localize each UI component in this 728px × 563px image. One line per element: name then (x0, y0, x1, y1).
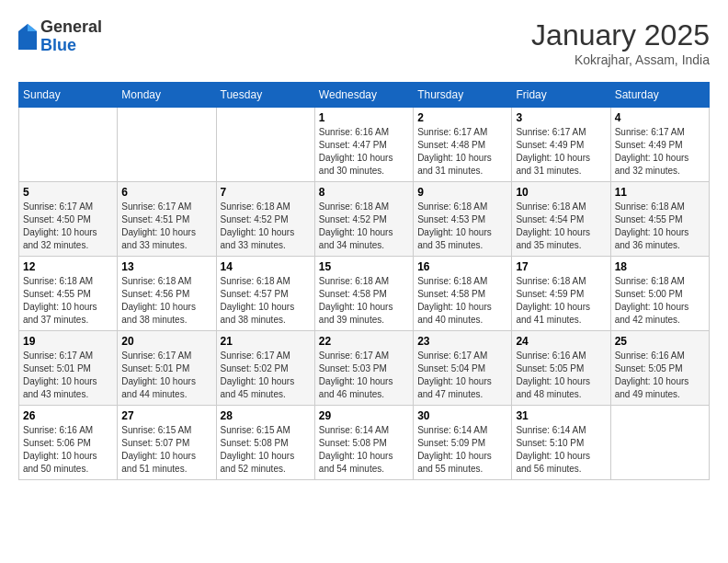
day-number: 31 (516, 409, 606, 422)
day-number: 27 (121, 409, 211, 422)
day-number: 30 (417, 409, 507, 422)
table-row: 17 Sunrise: 6:18 AMSunset: 4:59 PMDaylig… (512, 257, 610, 331)
calendar-week-row: 5 Sunrise: 6:17 AMSunset: 4:50 PMDayligh… (19, 182, 710, 257)
day-info: Sunrise: 6:17 AMSunset: 5:01 PMDaylight:… (121, 350, 211, 401)
table-row: 26 Sunrise: 6:16 AMSunset: 5:06 PMDaylig… (19, 406, 118, 480)
calendar-week-row: 26 Sunrise: 6:16 AMSunset: 5:06 PMDaylig… (19, 406, 710, 480)
day-number: 14 (221, 260, 311, 273)
day-info: Sunrise: 6:16 AMSunset: 5:05 PMDaylight:… (615, 350, 705, 401)
day-info: Sunrise: 6:18 AMSunset: 4:52 PMDaylight:… (221, 201, 311, 252)
day-number: 16 (417, 260, 507, 273)
day-number: 6 (121, 186, 211, 199)
calendar-week-row: 19 Sunrise: 6:17 AMSunset: 5:01 PMDaylig… (19, 331, 710, 406)
table-row: 11 Sunrise: 6:18 AMSunset: 4:55 PMDaylig… (610, 182, 709, 257)
day-info: Sunrise: 6:18 AMSunset: 4:55 PMDaylight:… (615, 201, 705, 252)
day-info: Sunrise: 6:17 AMSunset: 5:01 PMDaylight:… (23, 350, 113, 401)
table-row: 1 Sunrise: 6:16 AMSunset: 4:47 PMDayligh… (314, 108, 413, 182)
month-title: January 2025 (531, 18, 710, 52)
table-row (19, 108, 118, 182)
day-info: Sunrise: 6:18 AMSunset: 4:59 PMDaylight:… (516, 275, 606, 327)
weekday-header-row: Sunday Monday Tuesday Wednesday Thursday… (19, 83, 710, 108)
header-sunday: Sunday (19, 83, 118, 108)
day-number: 11 (615, 186, 705, 199)
table-row: 29 Sunrise: 6:14 AMSunset: 5:08 PMDaylig… (314, 406, 413, 480)
table-row: 19 Sunrise: 6:17 AMSunset: 5:01 PMDaylig… (19, 331, 118, 406)
day-number: 22 (319, 335, 409, 348)
page-header: General Blue January 2025 Kokrajhar, Ass… (18, 18, 710, 67)
day-number: 23 (417, 335, 507, 348)
calendar-week-row: 1 Sunrise: 6:16 AMSunset: 4:47 PMDayligh… (19, 108, 710, 182)
table-row: 2 Sunrise: 6:17 AMSunset: 4:48 PMDayligh… (414, 108, 512, 182)
day-number: 20 (121, 335, 211, 348)
day-number: 29 (319, 409, 409, 422)
table-row: 15 Sunrise: 6:18 AMSunset: 4:58 PMDaylig… (314, 257, 413, 331)
day-number: 3 (516, 111, 606, 124)
day-number: 4 (615, 111, 705, 124)
day-info: Sunrise: 6:18 AMSunset: 4:58 PMDaylight:… (319, 275, 409, 327)
day-info: Sunrise: 6:18 AMSunset: 4:55 PMDaylight:… (23, 275, 113, 327)
logo-icon (18, 24, 37, 50)
table-row: 5 Sunrise: 6:17 AMSunset: 4:50 PMDayligh… (19, 182, 118, 257)
logo: General Blue (18, 18, 102, 55)
day-number: 15 (319, 260, 409, 273)
day-info: Sunrise: 6:17 AMSunset: 5:02 PMDaylight:… (221, 350, 311, 401)
logo-general: General (40, 18, 102, 37)
day-number: 5 (23, 186, 113, 199)
day-number: 18 (615, 260, 705, 273)
day-info: Sunrise: 6:18 AMSunset: 4:52 PMDaylight:… (319, 201, 409, 252)
table-row: 25 Sunrise: 6:16 AMSunset: 5:05 PMDaylig… (610, 331, 709, 406)
day-info: Sunrise: 6:16 AMSunset: 4:47 PMDaylight:… (319, 126, 409, 178)
table-row: 16 Sunrise: 6:18 AMSunset: 4:58 PMDaylig… (414, 257, 512, 331)
day-info: Sunrise: 6:15 AMSunset: 5:07 PMDaylight:… (121, 424, 211, 476)
day-info: Sunrise: 6:14 AMSunset: 5:10 PMDaylight:… (516, 424, 606, 476)
day-info: Sunrise: 6:16 AMSunset: 5:06 PMDaylight:… (23, 424, 113, 476)
table-row: 22 Sunrise: 6:17 AMSunset: 5:03 PMDaylig… (314, 331, 413, 406)
day-number: 13 (121, 260, 211, 273)
day-info: Sunrise: 6:18 AMSunset: 4:58 PMDaylight:… (417, 275, 507, 327)
day-number: 25 (615, 335, 705, 348)
table-row: 24 Sunrise: 6:16 AMSunset: 5:05 PMDaylig… (512, 331, 610, 406)
day-info: Sunrise: 6:16 AMSunset: 5:05 PMDaylight:… (516, 350, 606, 401)
day-number: 10 (516, 186, 606, 199)
day-number: 24 (516, 335, 606, 348)
table-row: 31 Sunrise: 6:14 AMSunset: 5:10 PMDaylig… (512, 406, 610, 480)
calendar: Sunday Monday Tuesday Wednesday Thursday… (18, 82, 710, 480)
day-info: Sunrise: 6:17 AMSunset: 5:04 PMDaylight:… (417, 350, 507, 401)
day-info: Sunrise: 6:14 AMSunset: 5:08 PMDaylight:… (319, 424, 409, 476)
table-row: 30 Sunrise: 6:14 AMSunset: 5:09 PMDaylig… (414, 406, 512, 480)
header-friday: Friday (512, 83, 610, 108)
day-number: 26 (23, 409, 113, 422)
location: Kokrajhar, Assam, India (531, 52, 710, 67)
table-row (610, 406, 709, 480)
day-number: 8 (319, 186, 409, 199)
day-info: Sunrise: 6:17 AMSunset: 4:49 PMDaylight:… (615, 126, 705, 178)
header-monday: Monday (118, 83, 216, 108)
table-row: 21 Sunrise: 6:17 AMSunset: 5:02 PMDaylig… (216, 331, 314, 406)
day-info: Sunrise: 6:18 AMSunset: 4:54 PMDaylight:… (516, 201, 606, 252)
day-info: Sunrise: 6:17 AMSunset: 4:49 PMDaylight:… (516, 126, 606, 178)
table-row: 9 Sunrise: 6:18 AMSunset: 4:53 PMDayligh… (414, 182, 512, 257)
day-number: 17 (516, 260, 606, 273)
table-row: 23 Sunrise: 6:17 AMSunset: 5:04 PMDaylig… (414, 331, 512, 406)
table-row: 28 Sunrise: 6:15 AMSunset: 5:08 PMDaylig… (216, 406, 314, 480)
table-row: 8 Sunrise: 6:18 AMSunset: 4:52 PMDayligh… (314, 182, 413, 257)
day-info: Sunrise: 6:17 AMSunset: 4:50 PMDaylight:… (23, 201, 113, 252)
day-info: Sunrise: 6:15 AMSunset: 5:08 PMDaylight:… (221, 424, 311, 476)
day-number: 2 (417, 111, 507, 124)
table-row (216, 108, 314, 182)
table-row: 20 Sunrise: 6:17 AMSunset: 5:01 PMDaylig… (118, 331, 216, 406)
day-number: 12 (23, 260, 113, 273)
table-row: 14 Sunrise: 6:18 AMSunset: 4:57 PMDaylig… (216, 257, 314, 331)
header-thursday: Thursday (414, 83, 512, 108)
day-info: Sunrise: 6:18 AMSunset: 4:57 PMDaylight:… (221, 275, 311, 327)
day-number: 9 (417, 186, 507, 199)
day-number: 1 (319, 111, 409, 124)
day-info: Sunrise: 6:18 AMSunset: 4:56 PMDaylight:… (121, 275, 211, 327)
day-info: Sunrise: 6:17 AMSunset: 4:48 PMDaylight:… (417, 126, 507, 178)
day-info: Sunrise: 6:17 AMSunset: 4:51 PMDaylight:… (121, 201, 211, 252)
table-row: 6 Sunrise: 6:17 AMSunset: 4:51 PMDayligh… (118, 182, 216, 257)
table-row: 18 Sunrise: 6:18 AMSunset: 5:00 PMDaylig… (610, 257, 709, 331)
header-wednesday: Wednesday (314, 83, 413, 108)
logo-blue: Blue (40, 37, 102, 55)
day-number: 28 (221, 409, 311, 422)
